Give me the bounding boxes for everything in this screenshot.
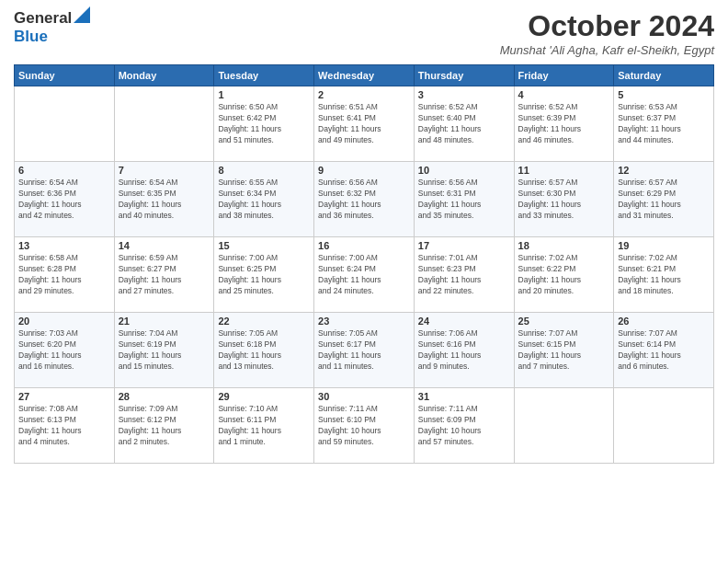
logo-blue: Blue	[14, 28, 48, 45]
week-row-3: 13Sunrise: 6:58 AM Sunset: 6:28 PM Dayli…	[15, 237, 714, 313]
logo-icon	[74, 6, 90, 23]
day-cell	[15, 86, 115, 162]
col-header-sunday: Sunday	[15, 65, 115, 86]
week-row-2: 6Sunrise: 6:54 AM Sunset: 6:36 PM Daylig…	[15, 162, 714, 237]
day-cell: 21Sunrise: 7:04 AM Sunset: 6:19 PM Dayli…	[114, 313, 214, 388]
col-header-wednesday: Wednesday	[314, 65, 415, 86]
day-cell: 15Sunrise: 7:00 AM Sunset: 6:25 PM Dayli…	[214, 237, 314, 313]
day-number: 29	[218, 391, 310, 402]
day-number: 24	[418, 316, 510, 327]
day-number: 28	[119, 391, 210, 402]
day-number: 31	[418, 391, 510, 402]
day-number: 21	[119, 316, 210, 327]
week-row-1: 1Sunrise: 6:50 AM Sunset: 6:42 PM Daylig…	[15, 86, 714, 162]
day-cell: 13Sunrise: 6:58 AM Sunset: 6:28 PM Dayli…	[15, 237, 115, 313]
day-cell: 4Sunrise: 6:52 AM Sunset: 6:39 PM Daylig…	[514, 86, 614, 162]
day-number: 25	[518, 316, 610, 327]
logo-general: General	[14, 9, 72, 28]
day-number: 2	[318, 89, 410, 100]
day-number: 1	[218, 89, 310, 100]
day-cell: 12Sunrise: 6:57 AM Sunset: 6:29 PM Dayli…	[614, 162, 714, 237]
day-number: 4	[518, 89, 610, 100]
header: General Blue October 2024 Munshat 'Ali A…	[14, 9, 714, 57]
day-number: 16	[318, 240, 410, 251]
day-cell: 7Sunrise: 6:54 AM Sunset: 6:35 PM Daylig…	[114, 162, 214, 237]
day-cell: 23Sunrise: 7:05 AM Sunset: 6:17 PM Dayli…	[314, 313, 415, 388]
logo: General Blue	[14, 9, 90, 46]
day-number: 8	[218, 165, 310, 176]
day-number: 10	[418, 165, 510, 176]
day-number: 30	[318, 391, 410, 402]
day-info: Sunrise: 6:52 AM Sunset: 6:40 PM Dayligh…	[418, 102, 510, 146]
day-number: 5	[618, 89, 710, 100]
day-cell: 9Sunrise: 6:56 AM Sunset: 6:32 PM Daylig…	[314, 162, 415, 237]
day-info: Sunrise: 7:10 AM Sunset: 6:11 PM Dayligh…	[218, 404, 310, 448]
day-info: Sunrise: 6:57 AM Sunset: 6:29 PM Dayligh…	[618, 178, 710, 222]
day-cell: 20Sunrise: 7:03 AM Sunset: 6:20 PM Dayli…	[15, 313, 115, 388]
day-info: Sunrise: 7:00 AM Sunset: 6:24 PM Dayligh…	[318, 253, 410, 297]
day-number: 14	[119, 240, 210, 251]
day-number: 15	[218, 240, 310, 251]
page: General Blue October 2024 Munshat 'Ali A…	[0, 0, 728, 563]
day-cell: 29Sunrise: 7:10 AM Sunset: 6:11 PM Dayli…	[214, 388, 314, 464]
day-cell: 14Sunrise: 6:59 AM Sunset: 6:27 PM Dayli…	[114, 237, 214, 313]
day-cell: 25Sunrise: 7:07 AM Sunset: 6:15 PM Dayli…	[514, 313, 614, 388]
day-cell: 1Sunrise: 6:50 AM Sunset: 6:42 PM Daylig…	[214, 86, 314, 162]
day-number: 11	[518, 165, 610, 176]
day-info: Sunrise: 6:57 AM Sunset: 6:30 PM Dayligh…	[518, 178, 610, 222]
day-info: Sunrise: 6:54 AM Sunset: 6:35 PM Dayligh…	[119, 178, 210, 222]
day-info: Sunrise: 6:56 AM Sunset: 6:31 PM Dayligh…	[418, 178, 510, 222]
day-cell: 17Sunrise: 7:01 AM Sunset: 6:23 PM Dayli…	[414, 237, 514, 313]
location: Munshat 'Ali Agha, Kafr el-Sheikh, Egypt	[500, 43, 714, 57]
day-cell: 2Sunrise: 6:51 AM Sunset: 6:41 PM Daylig…	[314, 86, 415, 162]
day-number: 27	[18, 391, 110, 402]
svg-marker-0	[74, 6, 90, 23]
day-cell: 19Sunrise: 7:02 AM Sunset: 6:21 PM Dayli…	[614, 237, 714, 313]
calendar-table: SundayMondayTuesdayWednesdayThursdayFrid…	[14, 64, 714, 464]
day-info: Sunrise: 6:52 AM Sunset: 6:39 PM Dayligh…	[518, 102, 610, 146]
day-info: Sunrise: 7:07 AM Sunset: 6:15 PM Dayligh…	[518, 328, 610, 373]
day-info: Sunrise: 7:01 AM Sunset: 6:23 PM Dayligh…	[418, 253, 510, 297]
day-number: 9	[318, 165, 410, 176]
day-info: Sunrise: 7:05 AM Sunset: 6:18 PM Dayligh…	[218, 328, 310, 373]
col-header-saturday: Saturday	[614, 65, 714, 86]
day-cell: 16Sunrise: 7:00 AM Sunset: 6:24 PM Dayli…	[314, 237, 415, 313]
day-info: Sunrise: 6:54 AM Sunset: 6:36 PM Dayligh…	[18, 178, 110, 222]
day-info: Sunrise: 7:11 AM Sunset: 6:09 PM Dayligh…	[418, 404, 510, 448]
day-cell: 28Sunrise: 7:09 AM Sunset: 6:12 PM Dayli…	[114, 388, 214, 464]
day-number: 7	[119, 165, 210, 176]
day-number: 12	[618, 165, 710, 176]
day-info: Sunrise: 6:56 AM Sunset: 6:32 PM Dayligh…	[318, 178, 410, 222]
day-cell: 8Sunrise: 6:55 AM Sunset: 6:34 PM Daylig…	[214, 162, 314, 237]
day-number: 17	[418, 240, 510, 251]
day-number: 23	[318, 316, 410, 327]
day-cell: 27Sunrise: 7:08 AM Sunset: 6:13 PM Dayli…	[15, 388, 115, 464]
col-header-thursday: Thursday	[414, 65, 514, 86]
day-info: Sunrise: 7:07 AM Sunset: 6:14 PM Dayligh…	[618, 328, 710, 373]
col-header-friday: Friday	[514, 65, 614, 86]
week-row-5: 27Sunrise: 7:08 AM Sunset: 6:13 PM Dayli…	[15, 388, 714, 464]
day-info: Sunrise: 6:58 AM Sunset: 6:28 PM Dayligh…	[18, 253, 110, 297]
day-number: 3	[418, 89, 510, 100]
day-cell	[114, 86, 214, 162]
day-info: Sunrise: 6:53 AM Sunset: 6:37 PM Dayligh…	[618, 102, 710, 146]
day-info: Sunrise: 6:50 AM Sunset: 6:42 PM Dayligh…	[218, 102, 310, 146]
col-header-monday: Monday	[114, 65, 214, 86]
day-cell: 24Sunrise: 7:06 AM Sunset: 6:16 PM Dayli…	[414, 313, 514, 388]
day-info: Sunrise: 6:55 AM Sunset: 6:34 PM Dayligh…	[218, 178, 310, 222]
day-number: 20	[18, 316, 110, 327]
day-number: 18	[518, 240, 610, 251]
day-number: 19	[618, 240, 710, 251]
day-cell: 30Sunrise: 7:11 AM Sunset: 6:10 PM Dayli…	[314, 388, 415, 464]
day-cell: 11Sunrise: 6:57 AM Sunset: 6:30 PM Dayli…	[514, 162, 614, 237]
day-info: Sunrise: 7:00 AM Sunset: 6:25 PM Dayligh…	[218, 253, 310, 297]
day-number: 22	[218, 316, 310, 327]
day-info: Sunrise: 7:11 AM Sunset: 6:10 PM Dayligh…	[318, 404, 410, 448]
day-info: Sunrise: 6:59 AM Sunset: 6:27 PM Dayligh…	[119, 253, 210, 297]
week-row-4: 20Sunrise: 7:03 AM Sunset: 6:20 PM Dayli…	[15, 313, 714, 388]
day-info: Sunrise: 6:51 AM Sunset: 6:41 PM Dayligh…	[318, 102, 410, 146]
day-info: Sunrise: 7:09 AM Sunset: 6:12 PM Dayligh…	[119, 404, 210, 448]
day-cell: 18Sunrise: 7:02 AM Sunset: 6:22 PM Dayli…	[514, 237, 614, 313]
col-header-tuesday: Tuesday	[214, 65, 314, 86]
month-title: October 2024	[500, 9, 714, 43]
